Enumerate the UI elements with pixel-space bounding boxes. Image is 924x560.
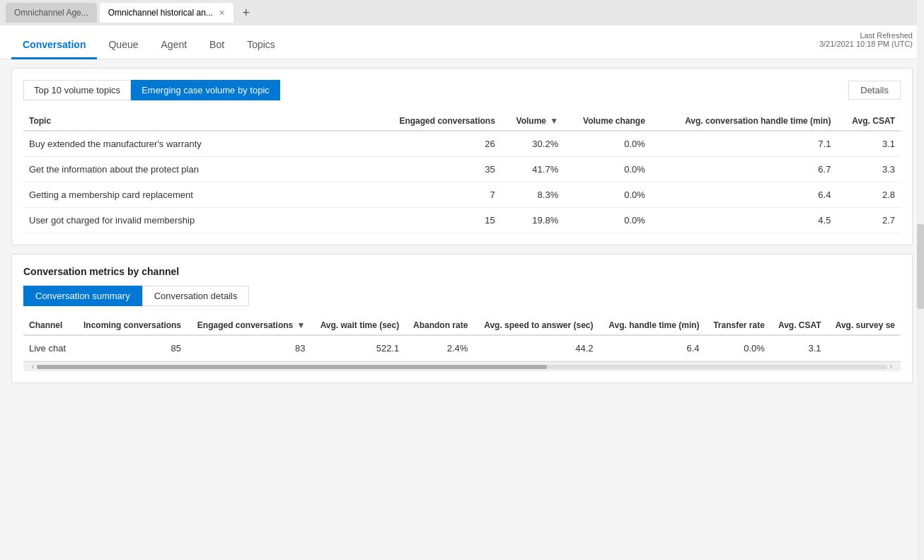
summary-table: Channel Incoming conversations Engaged c…: [23, 316, 901, 361]
table-row: Buy extended the manufacturer's warranty…: [23, 131, 901, 157]
col-header-volume[interactable]: Volume ▼: [501, 112, 564, 131]
scrollbar-thumb: [37, 365, 547, 369]
bottom-scrollbar[interactable]: ‹ ›: [23, 361, 901, 371]
nav-tab-queue[interactable]: Queue: [97, 33, 149, 59]
nav-tab-agent[interactable]: Agent: [150, 33, 199, 59]
scroll-left-arrow[interactable]: ‹: [29, 363, 37, 371]
avg-csat-cell: 2.8: [836, 182, 901, 208]
sum-col-avg-survey: Avg. survey se: [827, 316, 901, 335]
emerging-toggle-button[interactable]: Emerging case volume by topic: [131, 80, 280, 100]
avg-handle-cell: 4.5: [651, 208, 837, 233]
avg-csat-cell: 3.1: [836, 131, 901, 157]
nav-tab-bot[interactable]: Bot: [198, 33, 236, 59]
scroll-right-arrow[interactable]: ›: [887, 363, 895, 371]
topics-table-header-row: Topic Engaged conversations Volume ▼ Vol…: [23, 112, 901, 131]
volume-cell: 19.8%: [501, 208, 564, 233]
table-row: Live chat 85 83 522.1 2.4% 44.2 6.4 0.0%…: [23, 335, 901, 361]
topic-cell: User got charged for invalid membership: [23, 208, 374, 233]
last-refreshed-label: Last Refreshed: [819, 31, 913, 40]
table-row: Get the information about the protect pl…: [23, 157, 901, 182]
col-header-topic: Topic: [23, 112, 374, 131]
main-content: Top 10 volume topics Emerging case volum…: [0, 59, 924, 560]
sum-col-avg-handle: Avg. handle time (min): [599, 316, 705, 335]
engaged-cell: 15: [374, 208, 501, 233]
sum-col-abandon: Abandon rate: [405, 316, 473, 335]
sum-col-avg-wait: Avg. wait time (sec): [311, 316, 405, 335]
sum-col-transfer: Transfer rate: [705, 316, 770, 335]
topic-toggle-bar: Top 10 volume topics Emerging case volum…: [23, 80, 901, 100]
col-header-volume-change: Volume change: [564, 112, 651, 131]
nav-tabs: Conversation Queue Agent Bot Topics: [11, 25, 287, 59]
incoming-cell: 85: [74, 335, 187, 361]
summary-tabs: Conversation summary Conversation detail…: [23, 286, 901, 306]
scrollbar-track[interactable]: [37, 365, 887, 369]
volume-change-cell: 0.0%: [564, 182, 651, 208]
avg-wait-cell: 522.1: [311, 335, 405, 361]
browser-tab-1-label: Omnichannel Age...: [14, 8, 88, 18]
avg-handle-cell: 7.1: [651, 131, 837, 157]
avg-csat-cell: 3.3: [836, 157, 901, 182]
last-refreshed: Last Refreshed 3/21/2021 10:18 PM (UTC): [819, 31, 913, 48]
volume-cell: 8.3%: [501, 182, 564, 208]
browser-tab-2[interactable]: Omnichannel historical an... ✕: [100, 3, 233, 23]
add-icon: +: [243, 6, 250, 21]
engaged-cell: 83: [187, 335, 311, 361]
sum-col-engaged[interactable]: Engaged conversations ▼: [187, 316, 311, 335]
volume-sort-icon: ▼: [550, 116, 558, 126]
conv-metrics-title: Conversation metrics by channel: [23, 266, 901, 277]
top10-toggle-button[interactable]: Top 10 volume topics: [23, 80, 131, 100]
table-row: Getting a membership card replacement 7 …: [23, 182, 901, 208]
col-header-avg-csat: Avg. CSAT: [836, 112, 901, 131]
topic-cell: Getting a membership card replacement: [23, 182, 374, 208]
engaged-cell: 35: [374, 157, 501, 182]
topics-card: Top 10 volume topics Emerging case volum…: [11, 68, 913, 245]
topic-cell: Get the information about the protect pl…: [23, 157, 374, 182]
last-refreshed-value: 3/21/2021 10:18 PM (UTC): [819, 40, 913, 48]
conv-metrics-card: Conversation metrics by channel Conversa…: [11, 254, 913, 383]
volume-change-cell: 0.0%: [564, 131, 651, 157]
avg-csat-cell: 3.1: [770, 335, 827, 361]
nav-tab-topics[interactable]: Topics: [236, 33, 287, 59]
engaged-cell: 7: [374, 182, 501, 208]
right-scrollbar[interactable]: [917, 0, 924, 560]
conversation-summary-tab[interactable]: Conversation summary: [23, 286, 142, 306]
volume-cell: 41.7%: [501, 157, 564, 182]
col-header-avg-handle: Avg. conversation handle time (min): [651, 112, 837, 131]
col-header-engaged: Engaged conversations: [374, 112, 501, 131]
browser-tab-1[interactable]: Omnichannel Age...: [6, 3, 97, 23]
channel-cell: Live chat: [23, 335, 74, 361]
transfer-cell: 0.0%: [705, 335, 770, 361]
browser-tab-2-label: Omnichannel historical an...: [108, 8, 213, 18]
app-nav-bar: Conversation Queue Agent Bot Topics Last…: [0, 25, 924, 59]
summary-table-scroll[interactable]: Channel Incoming conversations Engaged c…: [23, 316, 901, 361]
right-scrollbar-thumb: [917, 224, 924, 309]
engaged-cell: 26: [374, 131, 501, 157]
abandon-cell: 2.4%: [405, 335, 473, 361]
add-tab-button[interactable]: +: [236, 3, 256, 23]
nav-tab-conversation[interactable]: Conversation: [11, 33, 97, 59]
avg-handle-cell: 6.4: [599, 335, 705, 361]
avg-survey-cell: [827, 335, 901, 361]
browser-tab-bar: Omnichannel Age... Omnichannel historica…: [0, 0, 924, 25]
details-button[interactable]: Details: [848, 81, 901, 100]
conversation-details-tab[interactable]: Conversation details: [142, 286, 250, 306]
avg-csat-cell: 2.7: [836, 208, 901, 233]
volume-change-cell: 0.0%: [564, 157, 651, 182]
close-icon[interactable]: ✕: [219, 8, 225, 18]
sum-col-incoming: Incoming conversations: [74, 316, 187, 335]
avg-speed-cell: 44.2: [473, 335, 599, 361]
sum-col-avg-speed: Avg. speed to answer (sec): [473, 316, 599, 335]
sum-col-channel: Channel: [23, 316, 74, 335]
engaged-sort-icon: ▼: [297, 320, 306, 330]
sum-col-avg-csat: Avg. CSAT: [770, 316, 827, 335]
volume-cell: 30.2%: [501, 131, 564, 157]
volume-change-cell: 0.0%: [564, 208, 651, 233]
avg-handle-cell: 6.7: [651, 157, 837, 182]
table-row: User got charged for invalid membership …: [23, 208, 901, 233]
topic-cell: Buy extended the manufacturer's warranty: [23, 131, 374, 157]
summary-table-header-row: Channel Incoming conversations Engaged c…: [23, 316, 901, 335]
topics-table: Topic Engaged conversations Volume ▼ Vol…: [23, 112, 901, 233]
avg-handle-cell: 6.4: [651, 182, 837, 208]
